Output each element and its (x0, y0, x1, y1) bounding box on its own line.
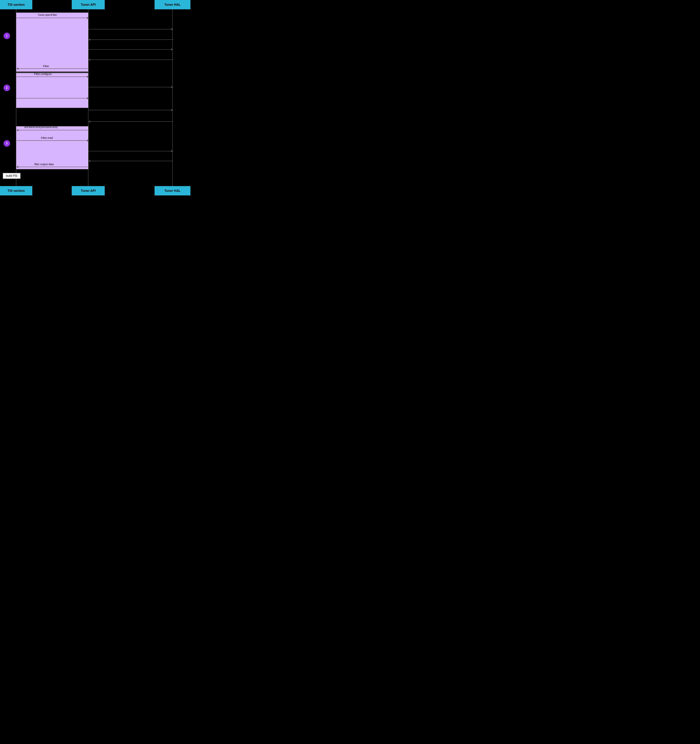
hal-arrow4 (88, 109, 173, 111)
filter-return-arrow (16, 68, 89, 70)
hal-arrow5 (88, 150, 173, 152)
hal-return4-line (90, 161, 173, 161)
filter-configure-label: Filter.configure (34, 73, 52, 76)
tuner-hal-footer: Tuner HAL (155, 186, 191, 195)
open-filter-arrowhead (87, 17, 89, 19)
filter-configure-head (87, 76, 89, 78)
hal-arrow3-line (88, 87, 171, 87)
diagram-container: TIS section Tuner API Tuner HAL 1 Tuner.… (0, 0, 191, 195)
step2-circle: 2 (4, 85, 10, 91)
hal-arrow1-line (88, 29, 171, 30)
hal-arrow5-line (88, 151, 171, 151)
on-filter-event-head (16, 129, 18, 131)
hal-arrow1-head (171, 28, 173, 30)
hal-arrow2-head (171, 48, 173, 51)
hal-arrow2 (88, 48, 173, 51)
filter-output-head (16, 166, 18, 168)
tuner-api-header: Tuner API (72, 0, 105, 9)
build-psi-box: build PSI (3, 173, 21, 179)
tuner-api-header-label: Tuner API (81, 3, 95, 7)
hal-return1-line (90, 39, 173, 40)
on-filter-event-label: onFilterEvent(SectionEvent) (24, 125, 58, 128)
step1-circle: 1 (4, 33, 10, 39)
hal-return1 (88, 39, 173, 41)
header-bar: TIS section Tuner API Tuner HAL (0, 0, 191, 9)
hal-return4-head (88, 160, 90, 162)
hal-arrow4-line (88, 110, 171, 110)
hal-arrow4-head (171, 109, 173, 111)
open-filter-arrow (16, 17, 89, 19)
hal-return2 (88, 59, 173, 61)
hal-return3 (88, 121, 173, 123)
filter-read-arrow (16, 140, 89, 141)
on-filter-event-line (18, 130, 89, 130)
filter-start-arrow (16, 97, 89, 99)
hal-arrow5-head (171, 150, 173, 152)
tuner-hal-header: Tuner HAL (155, 0, 191, 9)
hal-arrow3 (88, 86, 173, 88)
filter-read-label: Filter.read (41, 136, 53, 139)
hal-return3-line (90, 121, 173, 122)
filter-return-line (18, 68, 89, 69)
tuner-api-footer: Tuner API (72, 186, 105, 195)
tuner-api-footer-label: Tuner API (81, 189, 95, 193)
step3-label: 3 (6, 142, 8, 145)
filter-output-arrow (16, 166, 89, 168)
tis-header: TIS section (0, 0, 32, 9)
tis-footer-label: TIS section (7, 189, 25, 193)
step1-label: 1 (6, 34, 8, 37)
section2-block (16, 73, 88, 108)
filter-return-label: Filter (43, 64, 49, 68)
filter-return-head (16, 68, 18, 70)
filter-read-head (87, 140, 89, 141)
hal-arrow1 (88, 28, 173, 30)
hal-return1-head (88, 39, 90, 41)
hal-return4 (88, 160, 173, 162)
tis-header-label: TIS section (7, 3, 25, 7)
filter-read-line (16, 140, 87, 141)
step2-label: 2 (6, 86, 8, 89)
open-filter-line (16, 18, 87, 18)
tuner-hal-header-label: Tuner HAL (164, 3, 181, 7)
hal-arrow2-line (88, 49, 171, 50)
main-diagram: 1 Tuner.openFilter (0, 9, 191, 186)
open-filter-label: Tuner.openFilter (38, 13, 57, 16)
on-filter-event-arrow (16, 129, 89, 131)
filter-start-head (87, 97, 89, 99)
filter-configure-line (16, 77, 87, 77)
filter-start-line (16, 98, 87, 98)
section1-block (16, 13, 88, 72)
footer-bar: TIS section Tuner API Tuner HAL (0, 186, 191, 195)
hal-arrow3-head (171, 86, 173, 88)
step3-circle: 3 (4, 140, 10, 147)
hal-return2-head (88, 59, 90, 61)
build-psi-label: build PSI (6, 174, 17, 177)
hal-return3-head (88, 121, 90, 123)
lifeline-tuner-hal (172, 9, 173, 186)
tis-footer: TIS section (0, 186, 32, 195)
filter-configure-arrow (16, 76, 89, 78)
hal-return2-line (90, 60, 173, 60)
filter-output-label: filter output data (34, 162, 54, 166)
tuner-hal-footer-label: Tuner HAL (164, 189, 181, 193)
